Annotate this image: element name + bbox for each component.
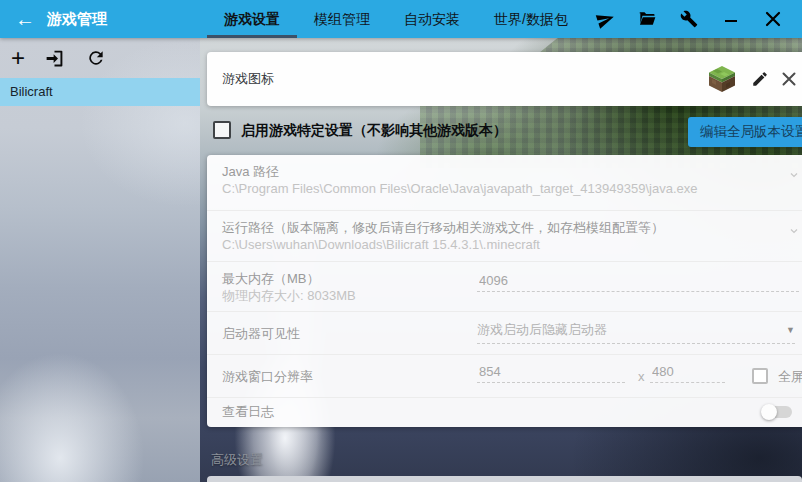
specific-settings-label: 启用游戏特定设置（不影响其他游戏版本）: [241, 122, 507, 140]
tab-game-settings[interactable]: 游戏设置: [207, 0, 297, 38]
resolution-height-input[interactable]: [650, 364, 725, 383]
launcher-visibility-select[interactable]: 游戏启动后隐藏启动器 ▼: [477, 321, 795, 344]
chevron-down-icon[interactable]: [788, 223, 800, 241]
folder-icon[interactable]: [634, 6, 660, 32]
view-log-label: 查看日志: [222, 398, 274, 426]
fullscreen-checkbox[interactable]: [752, 368, 768, 384]
max-memory-input[interactable]: [477, 273, 799, 292]
launch-icon[interactable]: [592, 6, 618, 32]
max-memory-row: 最大内存（MB） 物理内存大小: 8033MB: [207, 262, 802, 312]
resolution-row: 游戏窗口分辨率 x 全屏: [207, 355, 802, 398]
max-memory-label: 最大内存（MB）: [222, 270, 320, 288]
launcher-window: ← 游戏管理 游戏设置 模组管理 自动安装 世界/数据包: [0, 0, 802, 482]
page-title: 游戏管理: [47, 0, 107, 38]
titlebar-icons: [592, 0, 802, 38]
game-icon-card: 游戏图标: [207, 52, 802, 106]
toggle-knob: [761, 404, 777, 420]
run-path-label: 运行路径（版本隔离，修改后请自行移动相关游戏文件，如存档模组配置等）: [222, 219, 664, 237]
fullscreen-label: 全屏: [778, 355, 802, 398]
tab-world-datapack[interactable]: 世界/数据包: [477, 0, 585, 38]
java-path-value: C:\Program Files\Common Files\Oracle\Jav…: [222, 181, 697, 196]
game-icon-label: 游戏图标: [222, 52, 274, 106]
wrench-icon[interactable]: [676, 6, 702, 32]
launcher-visibility-value: 游戏启动后隐藏启动器: [477, 322, 607, 337]
java-path-label: Java 路径: [222, 163, 279, 181]
view-log-toggle[interactable]: [764, 406, 792, 418]
advanced-settings-label: 高级设置: [211, 451, 263, 469]
edit-global-settings-button[interactable]: 编辑全局版本设置: [688, 117, 802, 147]
import-version-icon[interactable]: [43, 47, 65, 69]
specific-settings-checkbox[interactable]: [213, 121, 231, 139]
physical-memory-label: 物理内存大小: 8033MB: [222, 287, 356, 305]
settings-card: Java 路径 C:\Program Files\Common Files\Or…: [207, 155, 802, 427]
chevron-down-icon[interactable]: [788, 167, 800, 185]
minimize-icon[interactable]: [718, 6, 744, 32]
tab-auto-install[interactable]: 自动安装: [387, 0, 477, 38]
launcher-visibility-row: 启动器可见性 游戏启动后隐藏启动器 ▼: [207, 312, 802, 355]
resolution-separator: x: [638, 355, 645, 398]
grass-block-icon: [708, 65, 736, 93]
sidebar-item-bilicraft[interactable]: Bilicraft: [0, 78, 200, 106]
run-path-value: C:\Users\wuhan\Downloads\Bilicraft 15.4.…: [222, 237, 540, 252]
tab-mod-management[interactable]: 模组管理: [297, 0, 387, 38]
view-log-row: 查看日志: [207, 398, 802, 426]
title-bar: ← 游戏管理 游戏设置 模组管理 自动安装 世界/数据包: [0, 0, 802, 38]
run-path-row[interactable]: 运行路径（版本隔离，修改后请自行移动相关游戏文件，如存档模组配置等） C:\Us…: [207, 211, 802, 262]
tab-bar: 游戏设置 模组管理 自动安装 世界/数据包: [207, 0, 585, 38]
refresh-icon[interactable]: [85, 47, 107, 69]
advanced-settings-card: [207, 476, 802, 482]
java-path-row[interactable]: Java 路径 C:\Program Files\Common Files\Or…: [207, 155, 802, 211]
edit-pencil-icon[interactable]: [751, 70, 769, 88]
close-icon[interactable]: [760, 6, 786, 32]
back-button[interactable]: ←: [12, 6, 38, 32]
sidebar-toolbar: +: [0, 38, 200, 78]
dropdown-arrow-icon: ▼: [786, 325, 795, 335]
resolution-width-input[interactable]: [477, 364, 625, 383]
specific-settings-row: 启用游戏特定设置（不影响其他游戏版本） 编辑全局版本设置: [207, 115, 802, 155]
add-version-icon[interactable]: +: [7, 47, 29, 69]
launcher-visibility-label: 启动器可见性: [222, 312, 300, 355]
resolution-label: 游戏窗口分辨率: [222, 355, 313, 398]
remove-x-icon[interactable]: [781, 71, 797, 87]
